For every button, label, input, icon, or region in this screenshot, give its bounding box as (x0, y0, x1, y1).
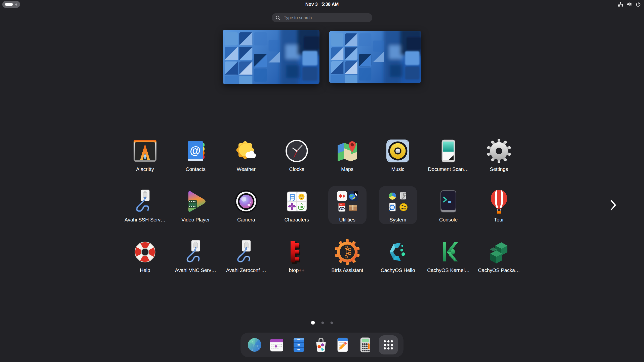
app-item-maps[interactable]: Maps (322, 135, 373, 185)
app-label: Avahi SSH Serv… (125, 217, 166, 223)
calendar-icon (268, 337, 285, 353)
wallpaper-image (223, 30, 319, 84)
svg-text:@: @ (190, 144, 201, 157)
utilities-folder-icon (336, 191, 358, 213)
app-label: Btrfs Assistant (331, 267, 363, 273)
avahi-icon (182, 239, 209, 265)
page-indicator (311, 321, 333, 325)
avahi-icon (132, 188, 158, 215)
chevron-right-icon (610, 200, 617, 211)
app-label: Settings (490, 166, 508, 172)
maps-icon (334, 138, 360, 164)
workspace-thumbnail-1[interactable] (223, 30, 319, 84)
files-icon (291, 337, 307, 353)
logs-mini-icon (387, 202, 397, 212)
app-item-alacritty[interactable]: Alacritty (120, 135, 170, 185)
btrfs-assistant-icon (334, 239, 360, 265)
console-icon (435, 188, 462, 215)
app-label: Tour (494, 217, 504, 223)
wallpaper-image (329, 31, 421, 83)
search-icon (275, 15, 280, 20)
dock-item-calendar[interactable] (268, 337, 285, 353)
app-item-cachyos-hello[interactable]: CachyOS Hello (373, 236, 423, 286)
dock-item-calculator[interactable] (357, 337, 374, 353)
software-icon (313, 337, 329, 353)
app-item-weather[interactable]: Weather (221, 135, 271, 185)
page-dot-1[interactable] (311, 321, 315, 325)
app-item-btop[interactable]: btop++ (271, 236, 322, 286)
search-bar[interactable] (272, 13, 372, 22)
app-item-settings[interactable]: Settings (474, 135, 524, 185)
app-item-tour[interactable]: Tour (474, 185, 524, 236)
app-item-characters[interactable]: Characters (271, 185, 322, 236)
search-input[interactable] (283, 15, 369, 21)
folder-system[interactable]: System (373, 185, 423, 236)
page-dot-2[interactable] (321, 322, 324, 324)
quick-settings-button[interactable] (618, 0, 641, 9)
app-label: Camera (237, 217, 255, 223)
folder-utilities[interactable]: Utilities (322, 185, 373, 236)
settings-icon (486, 138, 512, 164)
app-item-help[interactable]: Help (120, 236, 170, 286)
dock-item-files[interactable] (290, 337, 307, 353)
app-item-music[interactable]: Music (373, 135, 423, 185)
dock-item-web-browser[interactable] (246, 337, 263, 353)
app-label: Help (140, 267, 150, 273)
app-label: Weather (237, 166, 256, 172)
btop-icon (284, 239, 310, 265)
date-label: Nov 3 (305, 2, 318, 7)
inactive-workspace-dot (15, 4, 17, 6)
page-dot-3[interactable] (331, 322, 333, 324)
app-item-console[interactable]: Console (423, 185, 474, 236)
app-item-cachyos-package[interactable]: CachyOS Packa… (474, 236, 524, 286)
music-icon (385, 138, 411, 164)
app-label: Alacritty (136, 166, 154, 172)
workspace-thumbnails (0, 30, 644, 84)
app-grid: Alacritty @ Contacts Weather (120, 135, 524, 286)
volume-icon (627, 2, 632, 7)
calculator-icon (357, 337, 374, 353)
app-label: Contacts (186, 166, 206, 172)
app-item-camera[interactable]: Camera (221, 185, 271, 236)
app-item-document-scanner[interactable]: Document Scan… (423, 135, 474, 185)
tour-icon (486, 188, 512, 215)
dock-item-software[interactable] (312, 337, 329, 353)
camera-icon (233, 188, 259, 215)
workspace-thumbnail-2[interactable] (329, 31, 421, 83)
dock-item-app-grid[interactable] (379, 335, 398, 354)
contacts-icon: @ (182, 138, 209, 164)
web-browser-icon (246, 337, 263, 353)
app-item-avahi-ssh[interactable]: Avahi SSH Serv… (120, 185, 170, 236)
text-editor-icon (335, 337, 351, 353)
app-label: CachyOS Hello (381, 267, 415, 273)
weather-icon (233, 138, 259, 164)
next-page-button[interactable] (610, 200, 617, 211)
app-item-btrfs-assistant[interactable]: Btrfs Assistant (322, 236, 373, 286)
document-viewer-mini-icon (337, 202, 347, 212)
app-item-clocks[interactable]: Clocks (271, 135, 322, 185)
app-item-avahi-vnc[interactable]: Avahi VNC Serv… (170, 236, 221, 286)
app-item-contacts[interactable]: @ Contacts (170, 135, 221, 185)
app-label: Console (439, 217, 458, 223)
app-label: Music (391, 166, 404, 172)
cachyos-kernel-icon (435, 239, 462, 265)
app-label: CachyOS Packa… (478, 267, 520, 273)
disk-utility-mini-icon (398, 191, 409, 201)
folder-label: System (389, 217, 406, 223)
system-folder-icon (387, 191, 409, 213)
app-label: Avahi Zeroconf … (226, 267, 266, 273)
app-item-video-player[interactable]: Video Player (170, 185, 221, 236)
alacritty-icon (132, 138, 158, 164)
app-label: Clocks (289, 166, 304, 172)
workspace-indicator[interactable] (2, 1, 20, 8)
app-label: Video Player (181, 217, 210, 223)
clock-button[interactable]: Nov 3 5:38 AM (305, 0, 339, 9)
clocks-icon (284, 138, 310, 164)
dock-item-text-editor[interactable] (335, 337, 351, 353)
app-item-cachyos-kernel[interactable]: CachyOS Kernel… (423, 236, 474, 286)
app-item-avahi-zeroconf[interactable]: Avahi Zeroconf … (221, 236, 271, 286)
app-label: CachyOS Kernel… (427, 267, 470, 273)
app-label: btop++ (289, 267, 304, 273)
cachyos-hello-icon (385, 239, 411, 265)
network-wired-icon (618, 2, 623, 7)
